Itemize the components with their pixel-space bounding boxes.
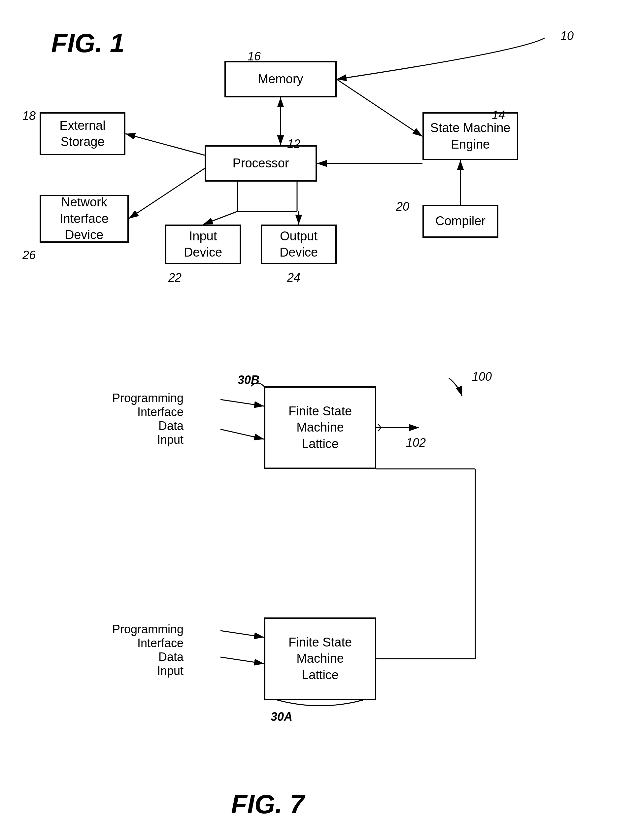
input-data-bottom: Data [112,650,183,664]
ref-20-text: 20 [396,200,409,213]
external-storage-label: ExternalStorage [59,117,105,150]
ref-102: 102 [406,436,426,450]
svg-line-19 [221,631,264,637]
ref-102-text: 102 [406,436,426,449]
ref-30b-text: 30B [238,373,259,387]
ref-14-text: 14 [492,108,505,122]
input-programming-top: Programming [112,391,183,405]
ref-10: 10 [561,29,574,43]
svg-line-14 [221,429,264,439]
ref-10-text: 10 [561,29,574,43]
ref-26-text: 26 [22,248,36,262]
ref-16: 16 [248,49,261,63]
state-machine-label: State MachineEngine [430,120,511,153]
processor-label: Processor [232,155,289,171]
svg-line-20 [221,657,264,664]
network-interface-label: NetworkInterface Device [41,194,127,243]
memory-label: Memory [258,71,303,87]
ref-24-text: 24 [287,271,300,284]
input-device-box: InputDevice [165,225,241,264]
fsm-top-label: Finite StateMachineLattice [289,403,352,452]
svg-line-3 [336,79,422,136]
fsm-bottom-inputs: Programming Interface Data Input [112,622,183,678]
ref-12: 12 [287,137,300,151]
output-device-label: OutputDevice [280,228,318,261]
ref-22: 22 [168,271,182,285]
ref-26: 26 [22,248,36,262]
ref-100-text: 100 [472,370,492,383]
input-device-label: InputDevice [184,228,222,261]
input-input-bottom: Input [112,664,183,678]
fig1-title: FIG. 1 [51,28,125,59]
fsm-top-inputs: Programming Interface Data Input [112,391,183,447]
input-programming-bottom: Programming [112,622,183,636]
fsm-top-box: Finite StateMachineLattice [264,386,376,469]
network-interface-box: NetworkInterface Device [39,195,129,243]
ref-18-text: 18 [22,109,36,122]
ref-24: 24 [287,271,300,285]
fig1-title-text: FIG. 1 [51,28,125,58]
fsm-bottom-label: Finite StateMachineLattice [289,634,352,683]
output-device-box: OutputDevice [261,225,336,264]
ref-20: 20 [396,200,409,214]
ref-14: 14 [492,108,505,122]
compiler-label: Compiler [435,213,485,229]
memory-box: Memory [224,61,336,97]
svg-line-13 [221,400,264,406]
ref-100: 100 [472,370,492,384]
fsm-bottom-box: Finite StateMachineLattice [264,617,376,700]
input-data-top: Data [112,419,183,433]
ref-22-text: 22 [168,271,182,284]
svg-line-6 [129,168,205,218]
ref-30a-text: 30A [271,710,292,723]
input-interface-top: Interface [112,405,183,419]
page: FIG. 1 10 Memory 16 Processor 12 Externa… [0,0,638,840]
external-storage-box: ExternalStorage [39,112,125,155]
fig7-title: FIG. 7 [231,789,304,819]
ref-12-text: 12 [287,137,300,150]
svg-line-5 [125,134,205,155]
ref-30a: 30A [271,710,292,724]
ref-16-text: 16 [248,49,261,63]
svg-line-10 [203,211,238,225]
ref-18: 18 [22,109,36,123]
input-input-top: Input [112,433,183,447]
fig7-title-text: FIG. 7 [231,789,304,819]
compiler-box: Compiler [422,205,498,238]
ref-30b: 30B [238,373,259,387]
input-interface-bottom: Interface [112,636,183,650]
